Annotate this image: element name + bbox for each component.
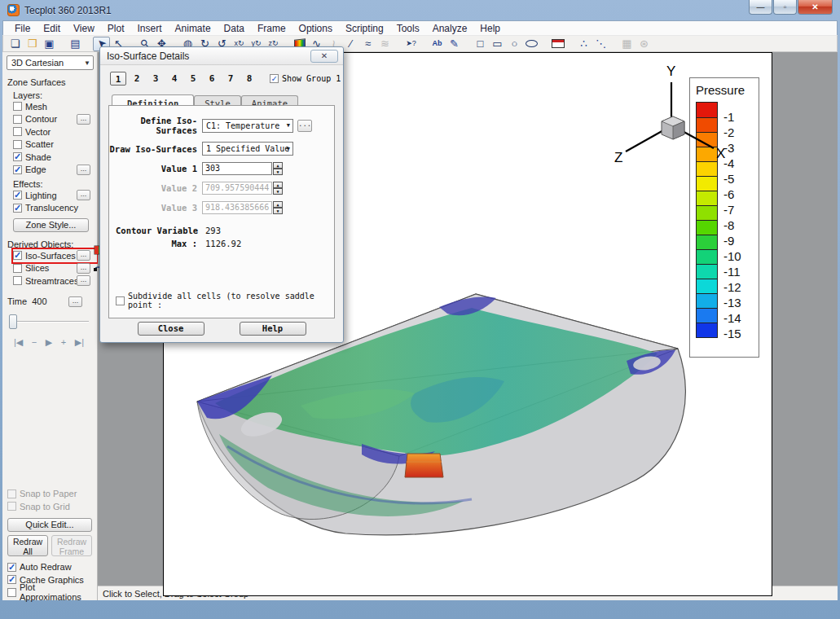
value-3-spinner[interactable]: ▲▼ — [273, 201, 283, 214]
open-file-icon[interactable]: ❒ — [24, 37, 41, 51]
option-plot-approximations-checkbox[interactable] — [7, 588, 16, 597]
extract-points-icon[interactable]: ≋ — [376, 37, 394, 51]
show-group-checkbox[interactable]: ✓ — [270, 74, 279, 83]
define-iso-surfaces-dropdown[interactable]: C1: Temperature▼ — [202, 119, 293, 133]
value-1-input[interactable]: 303 — [202, 162, 272, 175]
derived-streamtraces-options-button[interactable]: ... — [77, 275, 90, 286]
menu-file[interactable]: File — [8, 23, 37, 34]
save-icon[interactable]: ▣ — [41, 37, 58, 51]
menu-scripting[interactable]: Scripting — [339, 23, 390, 34]
grid-icon[interactable]: ▦ — [618, 37, 635, 51]
spinner-up-icon[interactable]: ▲ — [273, 201, 283, 208]
menu-help[interactable]: Help — [473, 23, 507, 34]
time-slider-thumb[interactable] — [9, 314, 17, 329]
spinner-down-icon[interactable]: ▼ — [273, 188, 283, 195]
dialog-title-bar[interactable]: Iso-Surface Details ✕ — [100, 47, 343, 65]
print-icon[interactable]: ▤ — [67, 37, 84, 51]
menu-data[interactable]: Data — [218, 23, 251, 34]
layer-vector-checkbox[interactable] — [13, 127, 22, 136]
close-button[interactable]: ✕ — [798, 0, 833, 15]
group-button-1[interactable]: 1 — [110, 72, 126, 86]
value-2-input[interactable]: 709.957590444 — [202, 182, 272, 195]
time-slider-track[interactable] — [9, 321, 89, 323]
new-file-icon[interactable]: ❏ — [7, 37, 24, 51]
curve-tool-icon[interactable]: ✎ — [446, 37, 463, 51]
time-slider[interactable] — [9, 314, 89, 329]
menu-insert[interactable]: Insert — [131, 23, 169, 34]
wheel-icon[interactable]: ⊛ — [635, 37, 653, 51]
extract-slice-icon[interactable]: ∕ — [342, 37, 359, 51]
draw-iso-surfaces-dropdown[interactable]: 1 Specified Value▼ — [202, 142, 293, 156]
redraw-all-button[interactable]: Redraw All — [7, 535, 48, 556]
derived-iso-surfaces-options-button[interactable]: ... — [77, 250, 90, 261]
dialog-close-button[interactable]: Close — [138, 322, 205, 336]
option-cache-graphics-checkbox[interactable]: ✓ — [7, 575, 16, 584]
derived-slices-options-button[interactable]: ... — [77, 263, 90, 274]
spinner-up-icon[interactable]: ▲ — [273, 182, 283, 188]
group-button-7[interactable]: 7 — [222, 72, 239, 86]
text-tool-icon[interactable]: Ab — [429, 37, 446, 51]
menu-frame[interactable]: Frame — [251, 23, 292, 34]
layer-edge-options-button[interactable]: ... — [77, 165, 90, 175]
step-forward-button[interactable]: + — [61, 337, 66, 348]
layer-mesh-checkbox[interactable] — [13, 102, 22, 111]
quick-edit-button[interactable]: Quick Edit... — [7, 518, 92, 532]
group-button-3[interactable]: 3 — [147, 72, 164, 86]
derived-iso-surfaces-checkbox[interactable]: ✓ — [13, 251, 22, 260]
menu-animate[interactable]: Animate — [169, 23, 218, 34]
menu-plot[interactable]: Plot — [101, 23, 131, 34]
effect-lighting-checkbox[interactable]: ✓ — [13, 191, 22, 200]
rectangle-tool-icon[interactable]: ▭ — [489, 37, 506, 51]
ellipse-tool-icon[interactable] — [523, 37, 540, 51]
step-back-button[interactable]: − — [32, 337, 37, 348]
snap-snap-to-grid-checkbox[interactable] — [7, 502, 16, 511]
menu-options[interactable]: Options — [292, 23, 339, 34]
subdivide-checkbox[interactable] — [116, 296, 125, 305]
play-button[interactable]: ▶ — [46, 337, 52, 348]
square-tool-icon[interactable]: □ — [472, 37, 489, 51]
maximize-button[interactable]: ▫ — [773, 0, 797, 15]
group-button-5[interactable]: 5 — [185, 72, 201, 86]
plot-type-dropdown[interactable]: 3D Cartesian ▼ — [7, 55, 94, 70]
group-button-2[interactable]: 2 — [129, 72, 145, 86]
menu-tools[interactable]: Tools — [390, 23, 426, 34]
derived-streamtraces-checkbox[interactable] — [13, 276, 22, 285]
effect-lighting-options-button[interactable]: ... — [77, 190, 90, 200]
effect-translucency-checkbox[interactable]: ✓ — [13, 204, 22, 213]
skip-end-button[interactable]: ▶| — [75, 337, 84, 348]
dialog-help-button[interactable]: Help — [240, 322, 306, 336]
frame-tool-icon[interactable] — [549, 37, 566, 51]
dialog-close-icon[interactable]: ✕ — [310, 50, 338, 63]
redraw-frame-button[interactable]: Redraw Frame — [51, 535, 92, 556]
minimize-button[interactable]: — — [749, 0, 772, 15]
define-options-button[interactable]: ... — [297, 120, 312, 132]
layer-contour-options-button[interactable]: ... — [77, 114, 90, 125]
extract-line-icon[interactable]: ≈ — [359, 37, 376, 51]
menu-edit[interactable]: Edit — [37, 23, 67, 34]
group-button-6[interactable]: 6 — [204, 72, 220, 86]
scatter-symbols-icon[interactable]: ∴ — [575, 37, 592, 51]
layer-edge-checkbox[interactable]: ✓ — [13, 165, 22, 174]
skip-start-button[interactable]: |◀ — [14, 337, 23, 348]
group-button-4[interactable]: 4 — [166, 72, 183, 86]
value-2-spinner[interactable]: ▲▼ — [273, 182, 283, 195]
time-options-button[interactable]: ... — [68, 296, 82, 307]
layer-shade-checkbox[interactable]: ✓ — [13, 152, 22, 161]
layer-scatter-checkbox[interactable] — [13, 140, 22, 149]
derived-slices-checkbox[interactable] — [13, 264, 22, 273]
circle-tool-icon[interactable]: ○ — [506, 37, 523, 51]
group-button-8[interactable]: 8 — [241, 72, 257, 86]
probe-icon[interactable]: ➤? — [402, 37, 420, 51]
spinner-down-icon[interactable]: ▼ — [273, 169, 283, 175]
layer-contour-checkbox[interactable] — [13, 115, 22, 124]
menu-analyze[interactable]: Analyze — [426, 23, 474, 34]
value-1-spinner[interactable]: ▲▼ — [273, 162, 283, 175]
menu-view[interactable]: View — [67, 23, 101, 34]
polyline-icon[interactable]: ⋱ — [592, 37, 609, 51]
spinner-up-icon[interactable]: ▲ — [273, 162, 283, 169]
spinner-down-icon[interactable]: ▼ — [273, 208, 283, 214]
zone-style-button[interactable]: Zone Style... — [13, 218, 89, 232]
option-auto-redraw-checkbox[interactable]: ✓ — [7, 563, 16, 572]
value-3-input[interactable]: 918.436385666 — [202, 201, 272, 214]
snap-snap-to-paper-checkbox[interactable] — [7, 489, 16, 498]
